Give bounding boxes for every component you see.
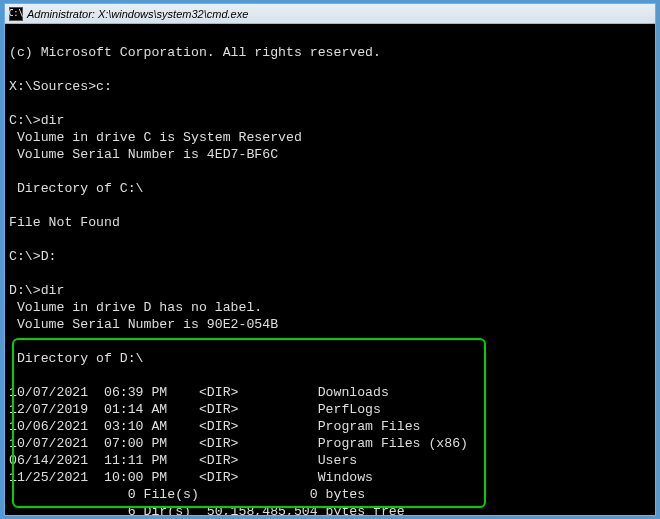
terminal-output[interactable]: (c) Microsoft Corporation. All rights re… <box>5 24 655 515</box>
cmd-icon: C:\ <box>9 7 23 21</box>
prompt-line: X:\Sources>c: <box>9 79 112 94</box>
output-line: Volume in drive C is System Reserved <box>9 130 302 145</box>
output-line: Directory of C:\ <box>9 181 144 196</box>
output-line: Volume Serial Number is 90E2-054B <box>9 317 278 332</box>
prompt-line: D:\>dir <box>9 283 64 298</box>
cmd-window: C:\ Administrator: X:\windows\system32\c… <box>4 3 656 516</box>
copyright-line: (c) Microsoft Corporation. All rights re… <box>9 45 381 60</box>
output-line: File Not Found <box>9 215 120 230</box>
highlight-box <box>12 338 486 508</box>
titlebar[interactable]: C:\ Administrator: X:\windows\system32\c… <box>5 4 655 24</box>
prompt-line: C:\>D: <box>9 249 56 264</box>
prompt-line: C:\>dir <box>9 113 64 128</box>
output-line: Volume in drive D has no label. <box>9 300 262 315</box>
output-line: Volume Serial Number is 4ED7-BF6C <box>9 147 278 162</box>
window-title: Administrator: X:\windows\system32\cmd.e… <box>27 8 248 20</box>
